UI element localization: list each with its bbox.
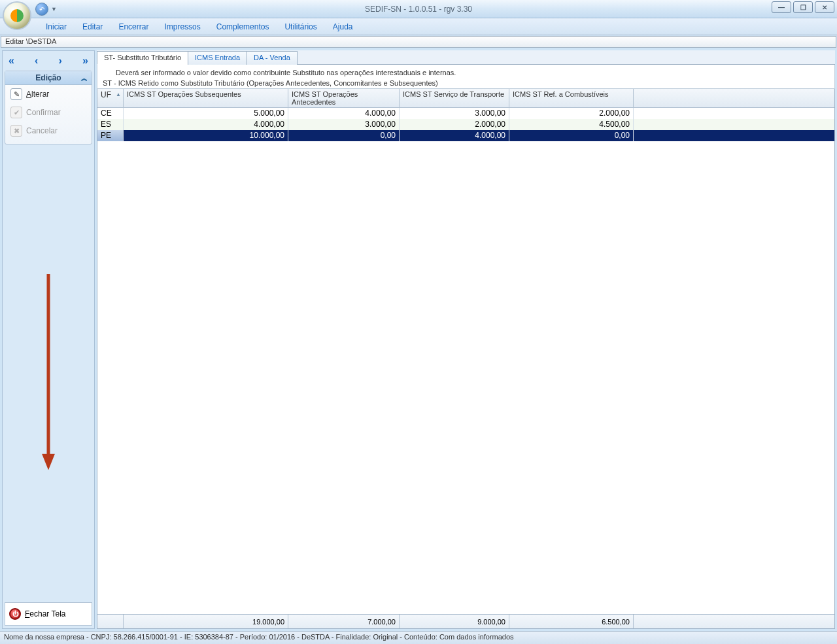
tab-da-venda[interactable]: DA - Venda	[247, 51, 298, 65]
edicao-header[interactable]: Edição ︽	[5, 71, 92, 85]
svg-marker-1	[42, 454, 55, 470]
total-c1: 19.000,00	[124, 615, 288, 628]
cell-c2: 4.000,00	[288, 108, 400, 119]
menu-encerrar[interactable]: Encerrar	[111, 20, 156, 34]
tabs: ST- Substituto Tributário ICMS Entrada D…	[97, 50, 835, 65]
confirmar-label: Confirmar	[26, 108, 61, 117]
total-c2: 7.000,00	[288, 615, 400, 628]
content-area: ST- Substituto Tributário ICMS Entrada D…	[97, 50, 835, 629]
fechar-tela-label: echar Tela	[29, 609, 65, 619]
menu-iniciar[interactable]: Iniciar	[38, 20, 75, 34]
alterar-button[interactable]: ✎ Alterar	[5, 85, 92, 103]
col-subsequentes[interactable]: ICMS ST Operações Subsequentes	[124, 89, 288, 107]
fechar-tela-button[interactable]: ⏻ Fechar Tela	[5, 602, 92, 626]
table-row[interactable]: ES4.000,003.000,002.000,004.500,00	[97, 119, 834, 130]
annotation-arrow	[5, 144, 92, 600]
cell-uf: ES	[97, 119, 124, 130]
alterar-label: lterar	[31, 90, 49, 99]
breadcrumb: Editar \DeSTDA	[1, 36, 836, 48]
edicao-panel: Edição ︽ ✎ Alterar ✔ Confirmar ✖ Cancela…	[5, 71, 92, 144]
tab-icms-entrada[interactable]: ICMS Entrada	[188, 51, 247, 65]
cell-c1: 4.000,00	[124, 119, 288, 130]
nav-first-icon[interactable]: «	[9, 55, 14, 67]
sidebar: « ‹ › » Edição ︽ ✎ Alterar ✔ Confirmar ✖…	[2, 50, 95, 629]
pencil-icon: ✎	[10, 88, 22, 100]
table-row[interactable]: PE10.000,000,004.000,000,00	[97, 130, 834, 141]
grid-footer: 19.000,00 7.000,00 9.000,00 6.500,00	[97, 614, 834, 628]
menu-bar: Iniciar Editar Encerrar Impressos Comple…	[0, 18, 837, 35]
maximize-button[interactable]: ❐	[793, 1, 813, 13]
col-uf[interactable]: UF▲	[97, 89, 124, 107]
grid-body[interactable]: CE5.000,004.000,003.000,002.000,00ES4.00…	[97, 108, 834, 614]
nav-prev-icon[interactable]: ‹	[35, 55, 38, 67]
confirmar-button: ✔ Confirmar	[5, 103, 92, 122]
cell-c4: 2.000,00	[509, 108, 634, 119]
col-antecedentes[interactable]: ICMS ST Operações Antecedentes	[288, 89, 400, 107]
status-bar: Nome da nossa empresa - CNPJ: 58.266.415…	[0, 631, 837, 644]
table-row[interactable]: CE5.000,004.000,003.000,002.000,00	[97, 108, 834, 119]
cell-c1: 5.000,00	[124, 108, 288, 119]
footer-uf	[97, 615, 124, 628]
power-icon: ⏻	[9, 608, 21, 620]
cancelar-label: Cancelar	[26, 126, 58, 135]
total-c4: 6.500,00	[509, 615, 634, 628]
menu-utilitarios[interactable]: Utilitários	[277, 20, 324, 34]
data-grid[interactable]: UF▲ ICMS ST Operações Subsequentes ICMS …	[97, 89, 835, 629]
sort-asc-icon: ▲	[116, 92, 121, 97]
window-title: SEDIF-SN - 1.0.0.51 - rgv 3.30	[365, 5, 472, 14]
collapse-icon[interactable]: ︽	[81, 74, 88, 83]
cell-c3: 4.000,00	[400, 130, 509, 141]
undo-icon[interactable]: ↶	[35, 3, 48, 16]
cell-c3: 3.000,00	[400, 108, 509, 119]
cell-c4: 0,00	[509, 130, 634, 141]
tab-st[interactable]: ST- Substituto Tributário	[97, 51, 188, 65]
edicao-header-label: Edição	[35, 73, 61, 82]
qat-dropdown-icon[interactable]: ▼	[51, 6, 57, 12]
info-area: Deverá ser informado o valor devido como…	[97, 65, 835, 89]
cell-c1: 10.000,00	[124, 130, 288, 141]
nav-next-icon[interactable]: ›	[59, 55, 62, 67]
info-line1: Deverá ser informado o valor devido como…	[116, 69, 829, 76]
cancelar-button: ✖ Cancelar	[5, 122, 92, 140]
cell-c2: 3.000,00	[288, 119, 400, 130]
record-navigation: « ‹ › »	[5, 54, 92, 71]
menu-complementos[interactable]: Complementos	[209, 20, 277, 34]
cell-c2: 0,00	[288, 130, 400, 141]
close-button[interactable]: ✕	[815, 1, 834, 13]
cell-c3: 2.000,00	[400, 119, 509, 130]
app-orb-icon[interactable]	[3, 1, 31, 30]
nav-last-icon[interactable]: »	[82, 55, 88, 67]
cell-uf: PE	[97, 130, 124, 141]
info-line2: ST - ICMS Retido como Substituto Tributá…	[103, 79, 829, 87]
cell-c4: 4.500,00	[509, 119, 634, 130]
title-bar: ↶ ▼ SEDIF-SN - 1.0.0.51 - rgv 3.30 — ❐ ✕	[0, 0, 837, 18]
cell-uf: CE	[97, 108, 124, 119]
menu-editar[interactable]: Editar	[75, 20, 111, 34]
col-combustiveis[interactable]: ICMS ST Ref. a Combustíveis	[509, 89, 634, 107]
check-icon: ✔	[10, 107, 22, 118]
menu-impressos[interactable]: Impressos	[156, 20, 208, 34]
total-c3: 9.000,00	[400, 615, 509, 628]
x-icon: ✖	[10, 125, 22, 137]
menu-ajuda[interactable]: Ajuda	[325, 20, 361, 34]
grid-header: UF▲ ICMS ST Operações Subsequentes ICMS …	[97, 89, 834, 108]
quick-access-toolbar: ↶ ▼	[35, 3, 57, 16]
minimize-button[interactable]: —	[772, 1, 791, 13]
col-transporte[interactable]: ICMS ST Serviço de Transporte	[400, 89, 509, 107]
